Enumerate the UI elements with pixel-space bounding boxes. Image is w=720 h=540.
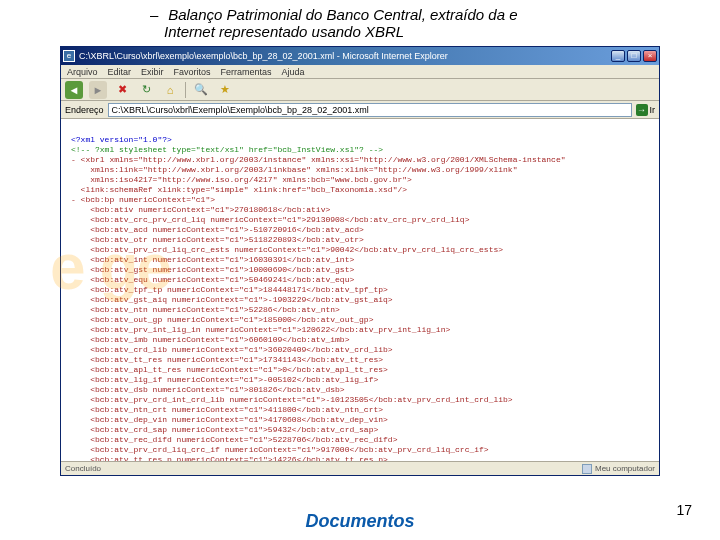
reload-button[interactable]: ↻ bbox=[137, 81, 155, 99]
xml-source: <?xml version="1.0"?> <!-- ?xml styleshe… bbox=[61, 119, 659, 461]
computer-icon bbox=[582, 464, 592, 474]
security-zone: Meu computador bbox=[582, 464, 655, 474]
forward-icon: ► bbox=[93, 84, 104, 96]
address-bar: Endereço C:\XBRL\Curso\xbrl\Exemplo\Exem… bbox=[61, 101, 659, 119]
status-bar: Concluído Meu computador bbox=[61, 461, 659, 475]
ie-window: e C:\XBRL\Curso\xbrl\exemplo\exemplo\bcb… bbox=[60, 46, 660, 476]
slide-footer: Documentos bbox=[0, 511, 720, 532]
search-icon: 🔍 bbox=[194, 83, 208, 96]
go-button[interactable]: → Ir bbox=[636, 104, 656, 116]
status-text: Concluído bbox=[65, 464, 101, 473]
page-number: 17 bbox=[676, 502, 692, 518]
star-icon: ★ bbox=[220, 83, 230, 96]
content-viewport[interactable]: <?xml version="1.0"?> <!-- ?xml styleshe… bbox=[61, 119, 659, 461]
menu-item[interactable]: Ferramentas bbox=[221, 67, 272, 77]
home-button[interactable]: ⌂ bbox=[161, 81, 179, 99]
address-input[interactable]: C:\XBRL\Curso\xbrl\Exemplo\Exemplo\bcb_b… bbox=[108, 103, 632, 117]
favorites-button[interactable]: ★ bbox=[216, 81, 234, 99]
toolbar: ◄ ► ✖ ↻ ⌂ 🔍 ★ bbox=[61, 79, 659, 101]
back-icon: ◄ bbox=[69, 84, 80, 96]
forward-button[interactable]: ► bbox=[89, 81, 107, 99]
search-button[interactable]: 🔍 bbox=[192, 81, 210, 99]
back-button[interactable]: ◄ bbox=[65, 81, 83, 99]
close-button[interactable]: × bbox=[643, 50, 657, 62]
menubar: Arquivo Editar Exibir Favoritos Ferramen… bbox=[61, 65, 659, 79]
menu-item[interactable]: Editar bbox=[108, 67, 132, 77]
home-icon: ⌂ bbox=[167, 84, 174, 96]
maximize-button[interactable]: □ bbox=[627, 50, 641, 62]
window-title: C:\XBRL\Curso\xbrl\exemplo\exemplo\bcb_b… bbox=[79, 51, 611, 61]
window-titlebar: e C:\XBRL\Curso\xbrl\exemplo\exemplo\bcb… bbox=[61, 47, 659, 65]
go-icon: → bbox=[636, 104, 648, 116]
stop-icon: ✖ bbox=[118, 83, 127, 96]
toolbar-divider bbox=[185, 82, 186, 98]
stop-button[interactable]: ✖ bbox=[113, 81, 131, 99]
address-label: Endereço bbox=[65, 105, 104, 115]
slide-title: – Balanço Patrimonial do Banco Central, … bbox=[0, 0, 720, 46]
menu-item[interactable]: Favoritos bbox=[174, 67, 211, 77]
menu-item[interactable]: Ajuda bbox=[282, 67, 305, 77]
ie-icon: e bbox=[63, 50, 75, 62]
reload-icon: ↻ bbox=[142, 83, 151, 96]
minimize-button[interactable]: _ bbox=[611, 50, 625, 62]
menu-item[interactable]: Arquivo bbox=[67, 67, 98, 77]
menu-item[interactable]: Exibir bbox=[141, 67, 164, 77]
